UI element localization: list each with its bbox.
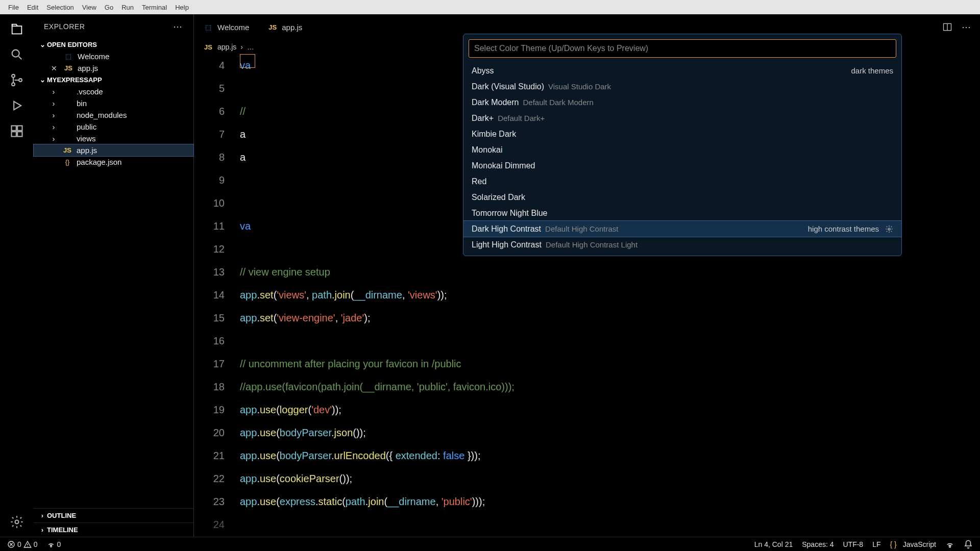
theme-option[interactable]: Light High ContrastDefault High Contrast… xyxy=(463,237,901,253)
theme-option[interactable]: Solarized Dark xyxy=(463,189,901,205)
settings-gear-icon[interactable] xyxy=(8,513,26,531)
editor: ⬚WelcomeJSapp.js⋯ JS app.js › … 45678910… xyxy=(194,14,980,537)
chevron-right-icon: › xyxy=(38,526,47,534)
color-theme-picker: Select Color Theme (Up/Down Keys to Prev… xyxy=(463,34,902,256)
js-file-icon: JS xyxy=(63,64,74,72)
theme-sublabel: Default High Contrast Light xyxy=(546,240,638,249)
open-editors-header[interactable]: ⌄ OPEN EDITORS xyxy=(34,39,193,51)
menu-run[interactable]: Run xyxy=(117,4,138,11)
open-editor-item[interactable]: ✕JSapp.js xyxy=(34,62,193,74)
explorer-icon[interactable] xyxy=(8,20,26,38)
theme-label: Solarized Dark xyxy=(472,193,525,202)
outline-header[interactable]: › OUTLINE xyxy=(34,508,193,522)
theme-option[interactable]: Dark High ContrastDefault High Contrasth… xyxy=(463,221,901,237)
vscode-icon: ⬚ xyxy=(63,53,74,60)
menu-view[interactable]: View xyxy=(78,4,101,11)
encoding[interactable]: UTF-8 xyxy=(843,540,863,548)
js-file-icon: JS xyxy=(203,43,213,51)
folder-item[interactable]: ›.vscode xyxy=(34,86,193,97)
tab-label: app.js xyxy=(282,23,302,32)
theme-option[interactable]: Kimbie Dark xyxy=(463,126,901,142)
svg-rect-7 xyxy=(17,132,22,136)
theme-option[interactable]: Dark (Visual Studio)Visual Studio Dark xyxy=(463,79,901,94)
menu-file[interactable]: File xyxy=(4,4,23,11)
theme-sublabel: Default Dark+ xyxy=(498,114,545,122)
theme-option[interactable]: Red xyxy=(463,173,901,189)
svg-point-3 xyxy=(19,79,22,82)
file-item[interactable]: {}package.json xyxy=(34,156,193,168)
svg-rect-6 xyxy=(12,132,16,136)
theme-label: Light High Contrast xyxy=(472,240,542,249)
js-file-icon: JS xyxy=(62,146,72,154)
svg-point-1 xyxy=(12,74,15,78)
chevron-down-icon: ⌄ xyxy=(38,76,47,84)
theme-label: Kimbie Dark xyxy=(472,130,516,139)
json-file-icon: {} xyxy=(62,158,72,166)
file-label: app.js xyxy=(78,64,98,72)
menu-edit[interactable]: Edit xyxy=(23,4,42,11)
theme-label: Monokai xyxy=(472,145,502,155)
feedback-icon[interactable] xyxy=(945,540,954,549)
folder-item[interactable]: ›bin xyxy=(34,97,193,109)
workspace-header[interactable]: ⌄ MYEXPRESSAPP xyxy=(34,74,193,86)
extensions-icon[interactable] xyxy=(8,122,26,140)
menu-go[interactable]: Go xyxy=(101,4,117,11)
file-item[interactable]: JSapp.js xyxy=(34,144,193,156)
timeline-header[interactable]: › TIMELINE xyxy=(34,522,193,537)
cursor-position[interactable]: Ln 4, Col 21 xyxy=(754,540,793,548)
chevron-right-icon: › xyxy=(49,99,58,108)
folder-item[interactable]: ›public xyxy=(34,121,193,133)
theme-label: Dark High Contrast xyxy=(472,224,541,234)
eol[interactable]: LF xyxy=(872,540,880,548)
svg-point-10 xyxy=(888,228,890,230)
theme-category: dark themes xyxy=(851,66,893,75)
indentation[interactable]: Spaces: 4 xyxy=(802,540,834,548)
menu-terminal[interactable]: Terminal xyxy=(138,4,171,11)
more-actions-icon[interactable]: ⋯ xyxy=(962,21,971,33)
theme-option[interactable]: Abyssdark themes xyxy=(463,63,901,79)
tab-welcome[interactable]: ⬚Welcome xyxy=(194,14,258,40)
close-icon[interactable]: ✕ xyxy=(49,64,59,72)
split-editor-icon[interactable] xyxy=(942,22,952,32)
theme-option[interactable]: Monokai Dimmed xyxy=(463,158,901,173)
folder-item[interactable]: ›views xyxy=(34,133,193,144)
problems-status[interactable]: 0 0 xyxy=(7,540,38,548)
svg-point-0 xyxy=(12,50,19,57)
theme-label: Dark (Visual Studio) xyxy=(472,82,544,91)
menu-selection[interactable]: Selection xyxy=(42,4,78,11)
theme-option[interactable]: Monokai xyxy=(463,142,901,158)
chevron-right-icon: › xyxy=(49,134,58,143)
file-label: bin xyxy=(77,99,87,108)
menu-help[interactable]: Help xyxy=(171,4,193,11)
theme-search-input[interactable]: Select Color Theme (Up/Down Keys to Prev… xyxy=(469,39,896,58)
svg-point-12 xyxy=(50,545,52,547)
sidebar-title: EXPLORER ⋯ xyxy=(34,14,193,39)
theme-label: Abyss xyxy=(472,66,494,76)
file-label: app.js xyxy=(77,146,97,155)
folder-item[interactable]: ›node_modules xyxy=(34,109,193,121)
run-debug-icon[interactable] xyxy=(8,97,26,114)
tab-label: Welcome xyxy=(217,23,249,32)
theme-option[interactable]: Tomorrow Night Blue xyxy=(463,205,901,221)
chevron-right-icon: › xyxy=(38,512,47,519)
theme-label: Tomorrow Night Blue xyxy=(472,209,548,218)
theme-category: high contrast themes xyxy=(808,224,879,233)
file-label: node_modules xyxy=(77,111,127,119)
tab-app.js[interactable]: JSapp.js xyxy=(258,14,311,40)
statusbar: 0 0 0 Ln 4, Col 21 Spaces: 4 UTF-8 LF { … xyxy=(0,537,980,551)
notifications-icon[interactable] xyxy=(964,540,973,549)
vscode-icon: ⬚ xyxy=(203,23,213,31)
port-status[interactable]: 0 xyxy=(47,540,61,548)
source-control-icon[interactable] xyxy=(8,71,26,89)
svg-point-8 xyxy=(15,520,19,524)
theme-option[interactable]: Dark ModernDefault Dark Modern xyxy=(463,94,901,110)
more-icon[interactable]: ⋯ xyxy=(173,21,183,32)
language-mode[interactable]: { } JavaScript xyxy=(890,540,937,548)
theme-sublabel: Default Dark Modern xyxy=(523,98,593,107)
theme-option[interactable]: Dark+Default Dark+ xyxy=(463,110,901,126)
search-icon[interactable] xyxy=(8,46,26,63)
gear-icon[interactable] xyxy=(885,225,893,233)
js-file-icon: JS xyxy=(267,23,278,31)
open-editor-item[interactable]: ⬚Welcome xyxy=(34,51,193,62)
activity-bar xyxy=(0,14,34,537)
